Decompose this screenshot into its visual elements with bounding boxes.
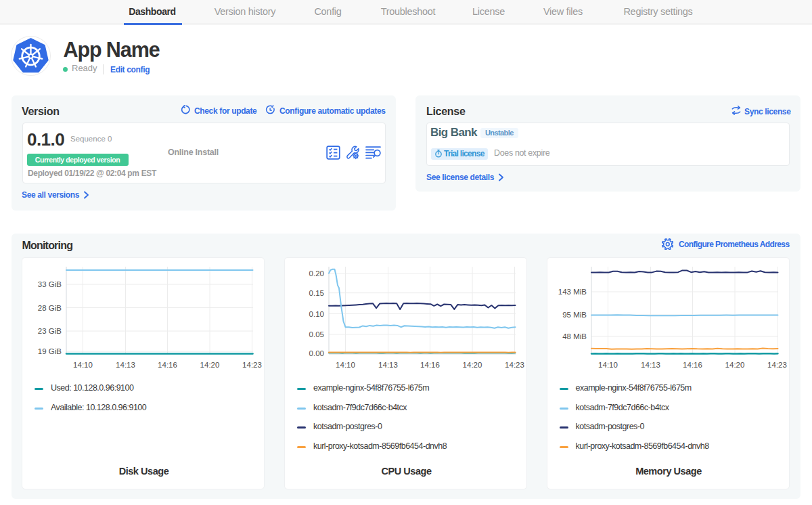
svg-text:14:10: 14:10 <box>336 361 355 369</box>
svg-text:14:23: 14:23 <box>767 361 787 369</box>
svg-text:0.20: 0.20 <box>309 269 324 278</box>
svg-text:33 GiB: 33 GiB <box>38 280 62 288</box>
svg-text:28 GiB: 28 GiB <box>38 304 62 312</box>
svg-text:95 MiB: 95 MiB <box>562 311 587 319</box>
svg-text:14:23: 14:23 <box>242 361 262 369</box>
svg-text:0.00: 0.00 <box>309 349 324 357</box>
svg-text:14:10: 14:10 <box>598 361 618 369</box>
svg-text:14:20: 14:20 <box>463 361 482 369</box>
svg-text:14:16: 14:16 <box>683 361 702 369</box>
svg-text:14:20: 14:20 <box>725 361 744 369</box>
svg-text:14:13: 14:13 <box>641 361 660 369</box>
svg-text:14:10: 14:10 <box>73 361 93 369</box>
svg-text:143 MiB: 143 MiB <box>558 288 587 296</box>
svg-text:0.10: 0.10 <box>309 310 324 318</box>
svg-text:23 GiB: 23 GiB <box>38 327 62 335</box>
svg-text:14:20: 14:20 <box>200 361 220 369</box>
svg-text:14:16: 14:16 <box>158 361 177 369</box>
svg-text:14:16: 14:16 <box>420 361 440 369</box>
svg-text:0.05: 0.05 <box>309 330 324 338</box>
svg-text:14:13: 14:13 <box>116 361 135 369</box>
svg-text:14:13: 14:13 <box>378 361 398 369</box>
svg-text:0.15: 0.15 <box>309 289 324 297</box>
svg-text:48 MiB: 48 MiB <box>562 332 587 341</box>
svg-text:14:23: 14:23 <box>505 361 524 369</box>
svg-text:19 GiB: 19 GiB <box>38 347 62 355</box>
